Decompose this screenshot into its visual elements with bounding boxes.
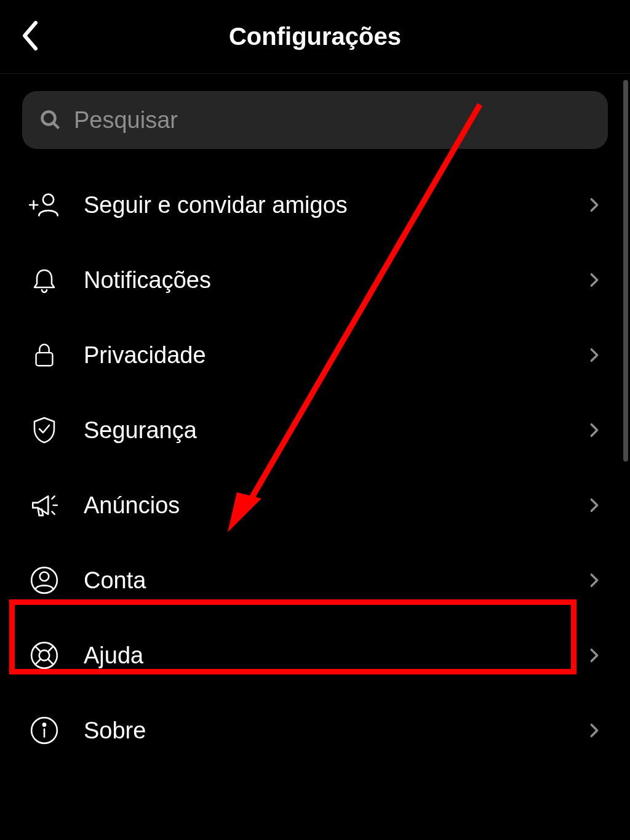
svg-line-12 <box>35 659 40 664</box>
svg-line-1 <box>54 123 59 129</box>
svg-point-7 <box>40 572 49 581</box>
chevron-right-icon <box>586 271 603 289</box>
info-icon <box>27 713 62 748</box>
menu-label: Privacidade <box>84 342 586 369</box>
chevron-right-icon <box>586 647 603 664</box>
chevron-right-icon <box>586 497 603 514</box>
menu-item-about[interactable]: Sobre <box>22 693 608 768</box>
chevron-right-icon <box>586 422 603 439</box>
account-icon <box>27 563 62 598</box>
search-input[interactable]: Pesquisar <box>22 91 608 149</box>
back-button[interactable] <box>18 19 42 55</box>
menu-item-follow-invite[interactable]: Seguir e convidar amigos <box>22 167 608 242</box>
scrollbar[interactable] <box>623 80 628 462</box>
menu-item-help[interactable]: Ajuda <box>22 618 608 693</box>
menu-label: Sobre <box>84 718 586 744</box>
svg-line-10 <box>35 646 40 651</box>
add-person-icon <box>27 188 62 222</box>
megaphone-icon <box>27 488 62 522</box>
chevron-right-icon <box>586 722 603 739</box>
menu-label: Ajuda <box>84 642 586 669</box>
svg-rect-5 <box>36 353 53 366</box>
svg-line-11 <box>48 646 53 651</box>
shield-check-icon <box>27 413 62 447</box>
content-area: Pesquisar Seguir e convidar amigos Notif… <box>0 74 630 768</box>
menu-item-privacy[interactable]: Privacidade <box>22 318 608 393</box>
lock-icon <box>27 338 62 372</box>
page-title: Configurações <box>229 23 401 50</box>
help-ring-icon <box>27 638 62 673</box>
menu-item-notifications[interactable]: Notificações <box>22 242 608 318</box>
menu-label: Anúncios <box>84 492 586 519</box>
search-icon <box>39 109 62 131</box>
svg-point-0 <box>42 112 55 125</box>
menu-item-ads[interactable]: Anúncios <box>22 468 608 543</box>
chevron-left-icon <box>18 19 42 52</box>
chevron-right-icon <box>586 196 603 214</box>
menu-item-security[interactable]: Segurança <box>22 393 608 468</box>
search-placeholder: Pesquisar <box>74 107 178 134</box>
menu-label: Notificações <box>84 267 586 294</box>
menu-label: Segurança <box>84 417 586 444</box>
svg-point-15 <box>43 724 46 726</box>
svg-point-2 <box>43 194 54 205</box>
menu-item-account[interactable]: Conta <box>22 543 608 618</box>
menu-label: Seguir e convidar amigos <box>84 192 586 218</box>
bell-icon <box>27 263 62 297</box>
header: Configurações <box>0 0 630 74</box>
svg-line-13 <box>48 659 53 664</box>
menu-label: Conta <box>84 567 586 594</box>
chevron-right-icon <box>586 346 603 364</box>
chevron-right-icon <box>586 572 603 589</box>
